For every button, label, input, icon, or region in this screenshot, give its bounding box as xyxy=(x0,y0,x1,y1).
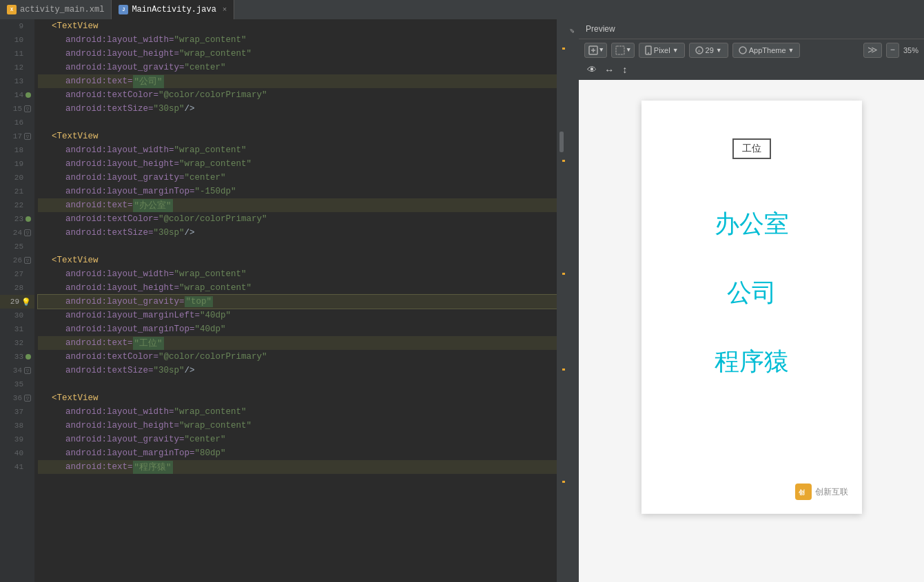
preview-toolbar: ▼ ▼ Pixel ▼ A 29 ▼ AppTheme ▼ xyxy=(579,39,924,61)
zoom-out-icon: − xyxy=(890,45,895,55)
resize-h-icon: ↔ xyxy=(606,65,612,76)
blueprint-mode-button[interactable]: ▼ xyxy=(611,43,634,58)
line-number-row: 39 xyxy=(0,433,34,446)
line-number-row: 13 xyxy=(0,74,34,88)
line-number-row: 41 xyxy=(0,460,34,474)
svg-point-5 xyxy=(648,52,649,54)
gutter-marker xyxy=(562,48,565,50)
green-marker-icon xyxy=(25,92,31,98)
eye-button[interactable]: 👁 xyxy=(584,63,599,77)
code-line: android:layout_width="wrap_content" xyxy=(38,143,557,157)
line-number-row: 28 xyxy=(0,281,34,295)
line-number-row: 40 xyxy=(0,446,34,460)
code-line-empty xyxy=(38,240,557,253)
green-marker-icon xyxy=(25,354,31,360)
android-preview-frame: 工位 办公室 公司 程序猿 xyxy=(641,101,862,514)
fold-marker-icon[interactable]: ▽ xyxy=(24,367,31,374)
tab-close-icon[interactable]: × xyxy=(223,6,227,14)
palette-sidebar: ✎ xyxy=(565,19,579,582)
fold-marker-icon[interactable]: ▽ xyxy=(24,395,31,402)
line-number-row: 35 xyxy=(0,377,34,391)
zoom-level: 35% xyxy=(903,46,918,54)
svg-text:A: A xyxy=(697,49,700,53)
text-bangongshi-label: 办公室 xyxy=(715,209,789,238)
line-number-row: 29 💡 xyxy=(0,295,34,309)
code-line: <TextView xyxy=(38,391,557,405)
line-number-row: 22 xyxy=(0,198,34,212)
text-bangongshi: 办公室 xyxy=(715,207,789,241)
tab-java-label: MainActivity.java xyxy=(132,5,216,14)
code-line: <TextView xyxy=(38,129,557,143)
code-content[interactable]: <TextView android:layout_width="wrap_con… xyxy=(34,19,557,582)
api-level-selector[interactable]: A 29 ▼ xyxy=(689,43,728,58)
code-line: android:layout_marginTop="80dp" xyxy=(38,446,557,460)
code-line: android:layout_gravity="center" xyxy=(38,61,557,74)
resize-vertical-button[interactable]: ↕ xyxy=(619,63,630,77)
code-line-empty xyxy=(38,377,557,391)
design-mode-button[interactable]: ▼ xyxy=(584,43,607,58)
code-line: android:textSize="30sp" /> xyxy=(38,102,557,116)
svg-text:创: 创 xyxy=(798,489,805,497)
code-line: android:layout_gravity="center" xyxy=(38,171,557,185)
watermark-logo: 创 xyxy=(795,484,812,500)
tab-xml-label: activity_main.xml xyxy=(20,5,104,14)
line-number-row: 37 xyxy=(0,405,34,419)
code-line: android:layout_height="wrap_content" xyxy=(38,47,557,61)
java-icon: J xyxy=(119,5,128,14)
text-gongsi: 公司 xyxy=(727,276,777,310)
resize-horizontal-button[interactable]: ↔ xyxy=(604,63,615,77)
code-line: android:layout_width="wrap_content" xyxy=(38,33,557,47)
code-line: android:layout_height="wrap_content" xyxy=(38,419,557,433)
preview-title: Preview xyxy=(586,24,615,34)
fold-marker-icon[interactable]: ▽ xyxy=(24,257,31,264)
line-number-row: 11 xyxy=(0,47,34,61)
code-line: <TextView xyxy=(38,253,557,267)
device-label: Pixel xyxy=(654,46,670,54)
scroll-indicator[interactable] xyxy=(559,132,564,152)
code-line-22: android:text="办公室" xyxy=(38,198,557,212)
widget-gongwei: 工位 xyxy=(732,138,771,159)
fold-marker-icon[interactable]: ▽ xyxy=(24,229,31,236)
fold-marker-icon[interactable]: ▽ xyxy=(24,133,31,140)
text-chengxuyuan-label: 程序猿 xyxy=(715,347,789,375)
line-number-row: 18 xyxy=(0,143,34,157)
code-line: android:layout_height="wrap_content" xyxy=(38,157,557,171)
bulb-icon: 💡 xyxy=(21,298,31,306)
tab-java[interactable]: J MainActivity.java × xyxy=(112,0,234,19)
tab-bar: X activity_main.xml J MainActivity.java … xyxy=(0,0,924,19)
code-line: android:textSize="30sp" /> xyxy=(38,226,557,240)
code-line: android:layout_width="wrap_content" xyxy=(38,267,557,281)
line-number-row: 20 xyxy=(0,171,34,185)
preview-header: Preview xyxy=(579,19,924,39)
code-line: android:layout_marginTop="40dp" xyxy=(38,322,557,336)
line-number-row: 9 xyxy=(0,19,34,33)
editor-lines: 9 10 11 12 xyxy=(0,19,565,582)
gutter-marker xyxy=(562,273,565,275)
code-line: android:layout_width="wrap_content" xyxy=(38,405,557,419)
code-line: <TextView xyxy=(38,19,557,33)
line-numbers: 9 10 11 12 xyxy=(0,19,34,582)
text-chengxuyuan: 程序猿 xyxy=(715,345,789,379)
theme-selector[interactable]: AppTheme ▼ xyxy=(732,43,801,58)
main-content: 9 10 11 12 xyxy=(0,19,924,582)
right-gutter xyxy=(557,19,565,582)
line-number-row: 14 xyxy=(0,88,34,102)
line-number-row: 34 ▽ xyxy=(0,364,34,377)
code-line: android:layout_gravity="center" xyxy=(38,433,557,446)
line-number-row: 33 xyxy=(0,350,34,364)
green-marker-icon xyxy=(25,216,31,222)
code-line-empty xyxy=(38,116,557,129)
fold-marker-icon[interactable]: ▽ xyxy=(24,105,31,112)
code-line-41: android:text="程序猿" xyxy=(38,460,557,474)
code-editor: 9 10 11 12 xyxy=(0,19,565,582)
line-number-row: 19 xyxy=(0,157,34,171)
line-number-row: 38 xyxy=(0,419,34,433)
preview-toolbar-row2: 👁 ↔ ↕ xyxy=(579,61,924,80)
device-selector[interactable]: Pixel ▼ xyxy=(639,43,685,58)
theme-label: AppTheme xyxy=(749,46,786,54)
xml-icon: X xyxy=(7,5,17,14)
zoom-out-button[interactable]: − xyxy=(886,43,899,58)
code-line: android:layout_marginTop="-150dp" xyxy=(38,185,557,198)
more-options-button[interactable]: ≫ xyxy=(863,43,882,58)
tab-xml[interactable]: X activity_main.xml xyxy=(0,0,112,19)
